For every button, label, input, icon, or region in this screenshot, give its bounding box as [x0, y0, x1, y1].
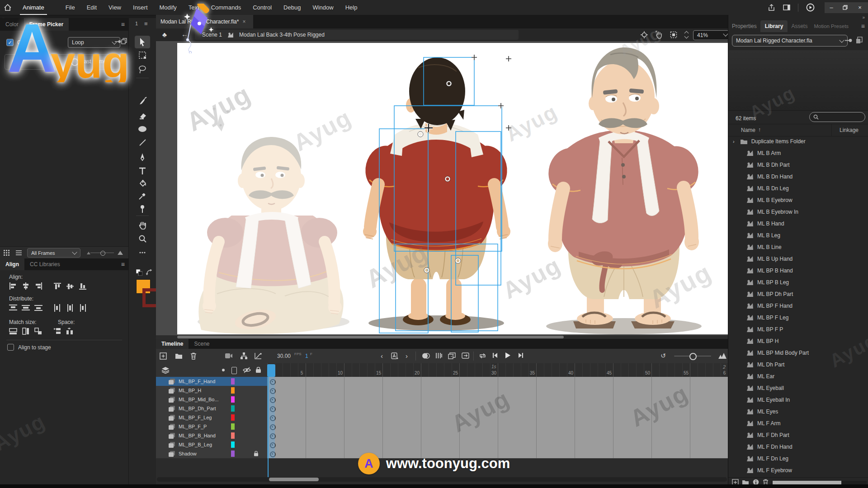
restore-button[interactable] — [838, 2, 852, 13]
menu-file[interactable]: File — [60, 0, 81, 15]
play-icon[interactable] — [505, 352, 511, 359]
pin-icon[interactable] — [115, 40, 121, 43]
step-forward-icon[interactable] — [518, 352, 524, 358]
character-front-pose[interactable] — [543, 47, 703, 334]
rotation-tool-icon[interactable] — [655, 31, 663, 39]
column-linkage[interactable]: Linkage — [840, 127, 859, 133]
keyframe-dot[interactable] — [270, 406, 276, 412]
onion-skin-icon[interactable] — [422, 352, 430, 359]
library-item[interactable]: ML BP F P — [728, 324, 868, 335]
zoom-tool[interactable] — [135, 232, 150, 245]
home-icon[interactable] — [0, 4, 15, 11]
layer-color-swatch[interactable] — [231, 396, 235, 403]
keyframe-dot[interactable] — [270, 397, 276, 403]
graph-editor-icon[interactable] — [255, 352, 262, 359]
layer-color-swatch[interactable] — [231, 441, 235, 448]
tab-frame-picker[interactable]: Frame Picker — [24, 18, 69, 31]
document-tab-close-icon[interactable]: × — [242, 19, 245, 25]
loop-dropdown[interactable]: Loop — [68, 37, 120, 48]
space-horizontal-button[interactable] — [64, 326, 76, 336]
onion-skin-outlines-icon[interactable] — [435, 352, 443, 359]
library-item[interactable]: ML Ear — [728, 371, 868, 382]
swap-colors-icon[interactable] — [146, 269, 152, 275]
expand-arrow-icon[interactable]: › — [733, 139, 735, 144]
timeline-zoom-knob[interactable] — [689, 353, 697, 360]
layer-row[interactable]: ML_BP_Dh_Part — [156, 404, 728, 413]
share-icon[interactable] — [764, 4, 779, 11]
match-width-button[interactable] — [7, 326, 19, 336]
layer-frames[interactable] — [267, 413, 728, 422]
library-panel-menu-icon[interactable]: ≡ — [858, 20, 868, 32]
library-hscrollbar[interactable] — [772, 481, 867, 484]
library-item[interactable]: ML F Dn Leg — [728, 453, 868, 465]
hide-all-icon[interactable] — [243, 367, 251, 373]
clip-content-icon[interactable] — [670, 31, 677, 38]
library-item[interactable]: ML BP F Hand — [728, 300, 868, 312]
timeline-hscrollbar-thumb[interactable] — [269, 478, 319, 481]
hand-tool[interactable] — [135, 219, 150, 231]
library-search-input[interactable] — [821, 114, 859, 120]
character-back-pose[interactable] — [361, 57, 512, 331]
keyframe-dot[interactable] — [270, 433, 276, 439]
pen-tool[interactable] — [135, 151, 150, 164]
layer-color-swatch[interactable] — [231, 423, 235, 430]
library-document-dropdown[interactable]: Modan Lal Rigged Character.fla — [732, 35, 848, 47]
panel-menu-icon[interactable]: ≡ — [118, 18, 128, 31]
library-pin-icon[interactable] — [845, 38, 852, 42]
layer-row[interactable]: ML_BP_F_Hand — [156, 377, 728, 386]
more-tools-icon[interactable] — [135, 246, 150, 259]
layer-row[interactable]: ML_BP_F_P — [156, 422, 728, 431]
breadcrumb-symbol[interactable]: Modan Lal Back 3-4th Pose Rigged — [239, 32, 325, 38]
layer-row[interactable]: ML_BP_B_Hand — [156, 431, 728, 440]
layer-row[interactable]: ML_BP_Mid_Bo... — [156, 395, 728, 404]
library-item[interactable]: ML F Dn Hand — [728, 441, 868, 453]
library-item[interactable]: ML BP Dh Part — [728, 288, 868, 300]
fps-value[interactable]: 30.00 — [277, 353, 291, 359]
asset-warp-tool[interactable] — [135, 202, 150, 215]
layer-row[interactable]: Shadow — [156, 449, 728, 458]
lock-all-icon[interactable] — [255, 366, 261, 373]
grid-view-icon[interactable] — [0, 250, 13, 256]
library-item[interactable]: ML B Hand — [728, 218, 868, 230]
keyframe-dot[interactable] — [270, 424, 276, 430]
layer-row[interactable]: ML_BP_B_Leg — [156, 440, 728, 449]
distribute-left-button[interactable] — [52, 303, 63, 313]
layer-color-swatch[interactable] — [231, 414, 235, 421]
center-stage-icon[interactable] — [641, 31, 648, 38]
brush-tool[interactable] — [135, 94, 150, 107]
default-colors-icon[interactable] — [136, 269, 142, 276]
thumb-size-slider-knob[interactable] — [100, 251, 105, 256]
menu-modify[interactable]: Modify — [154, 0, 183, 15]
timeline-ruler[interactable]: 5 10 15 20 25 30 35 40 45 50 55 6 1s 2 — [267, 363, 728, 377]
library-item[interactable]: ML B Line — [728, 241, 868, 253]
frame-range-icon[interactable] — [462, 352, 469, 359]
layer-frames[interactable] — [267, 386, 728, 395]
tab-properties[interactable]: Properties — [728, 20, 760, 32]
layer-frames[interactable] — [267, 449, 728, 459]
library-search-box[interactable] — [809, 112, 865, 122]
minimize-button[interactable]: – — [825, 2, 838, 13]
menu-control[interactable]: Control — [247, 0, 278, 15]
library-item[interactable]: ML B Dh Part — [728, 159, 868, 171]
align-top-button[interactable] — [52, 281, 63, 291]
next-keyframe-icon[interactable]: › — [406, 352, 408, 360]
oval-tool[interactable] — [135, 122, 150, 135]
library-hscrollbar-thumb[interactable] — [773, 481, 841, 484]
tools-menu-icon[interactable]: ≡ — [144, 20, 148, 27]
library-item[interactable]: ML BP B Hand — [728, 265, 868, 277]
layer-color-swatch[interactable] — [231, 378, 235, 385]
library-item[interactable]: ML Eyes — [728, 406, 868, 418]
align-to-stage-checkbox[interactable] — [7, 344, 14, 351]
library-item[interactable]: ML Eyeball In — [728, 394, 868, 406]
timeline-hscrollbar[interactable] — [157, 477, 727, 482]
keyframe-dot[interactable] — [270, 451, 276, 457]
layer-color-swatch[interactable] — [231, 450, 235, 457]
tab-align[interactable]: Align — [0, 258, 24, 270]
distribute-hcenter-button[interactable] — [64, 303, 76, 313]
edit-multiple-frames-icon[interactable] — [448, 352, 456, 359]
loop-playback-icon[interactable] — [479, 352, 486, 359]
align-vcenter-button[interactable] — [64, 281, 76, 291]
distribute-right-button[interactable] — [77, 303, 89, 313]
new-layer-icon[interactable] — [160, 352, 167, 360]
playhead-marker[interactable] — [267, 364, 275, 377]
